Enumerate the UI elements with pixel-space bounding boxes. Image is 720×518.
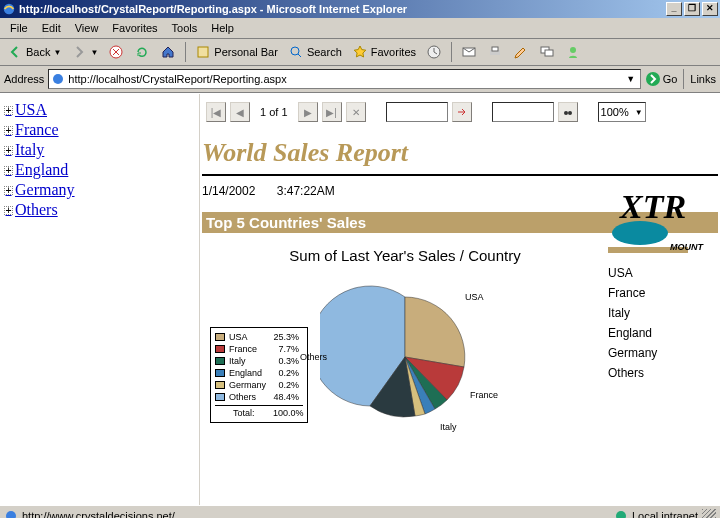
star-icon <box>352 44 368 60</box>
svg-rect-7 <box>492 47 498 51</box>
resize-grip[interactable] <box>702 509 716 519</box>
chart-area: Sum of Last Year's Sales / Country USA25… <box>202 247 608 432</box>
expand-icon[interactable]: + <box>4 186 13 195</box>
back-button[interactable]: Back ▼ <box>4 42 64 62</box>
go-button[interactable]: Go <box>645 71 678 87</box>
zone-icon <box>614 509 628 519</box>
toolbar: Back ▼ ▼ Personal Bar Search Favorites <box>0 39 720 66</box>
svg-point-14 <box>568 111 572 115</box>
list-item: Others <box>608 363 718 383</box>
favorites-button[interactable]: Favorites <box>349 42 419 62</box>
goto-input-wrap[interactable] <box>386 102 448 122</box>
menu-view[interactable]: View <box>69 20 105 36</box>
expand-icon[interactable]: + <box>4 146 13 155</box>
menu-tools[interactable]: Tools <box>166 20 204 36</box>
tree-item-others[interactable]: +Others <box>4 200 195 220</box>
refresh-icon <box>134 44 150 60</box>
goto-input[interactable] <box>387 103 447 121</box>
mail-icon <box>461 44 477 60</box>
list-item: USA <box>608 263 718 283</box>
forward-button[interactable]: ▼ <box>68 42 101 62</box>
close-button[interactable]: ✕ <box>702 2 718 16</box>
expand-icon[interactable]: + <box>4 166 13 175</box>
expand-icon[interactable]: + <box>4 206 13 215</box>
home-icon <box>160 44 176 60</box>
last-page-button[interactable]: ▶| <box>322 102 342 122</box>
goto-icon <box>456 106 468 118</box>
expand-icon[interactable]: + <box>4 106 13 115</box>
svg-point-12 <box>646 72 660 86</box>
svg-point-10 <box>570 47 576 53</box>
search-button[interactable]: Search <box>285 42 345 62</box>
zoom-select[interactable]: 100%▼ <box>598 102 646 122</box>
personal-icon <box>195 44 211 60</box>
menu-help[interactable]: Help <box>205 20 240 36</box>
divider <box>202 174 718 176</box>
svg-point-11 <box>53 74 63 84</box>
svg-text:MOUNT: MOUNT <box>670 242 704 252</box>
tree-item-italy[interactable]: +Italy <box>4 140 195 160</box>
find-button[interactable] <box>558 102 578 122</box>
tree-item-england[interactable]: +England <box>4 160 195 180</box>
slice-label-others: Others <box>300 352 327 362</box>
svg-point-18 <box>6 511 16 519</box>
window-title: http://localhost/CrystalReport/Reporting… <box>19 3 666 15</box>
minimize-button[interactable]: _ <box>666 2 682 16</box>
stop-button[interactable] <box>105 42 127 62</box>
refresh-button[interactable] <box>131 42 153 62</box>
stop-load-button[interactable]: ✕ <box>346 102 366 122</box>
forward-arrow-icon <box>71 44 87 60</box>
links-label[interactable]: Links <box>690 73 716 85</box>
tree-item-germany[interactable]: +Germany <box>4 180 195 200</box>
discuss-button[interactable] <box>536 42 558 62</box>
prev-page-button[interactable]: ◀ <box>230 102 250 122</box>
chart-title: Sum of Last Year's Sales / Country <box>202 247 608 264</box>
chevron-down-icon: ▼ <box>635 108 643 117</box>
slice-label-italy: Italy <box>440 422 457 432</box>
address-input-wrap[interactable]: ▼ <box>48 69 640 89</box>
menu-favorites[interactable]: Favorites <box>106 20 163 36</box>
menu-file[interactable]: File <box>4 20 34 36</box>
find-input[interactable] <box>493 103 553 121</box>
tree-item-france[interactable]: +France <box>4 120 195 140</box>
find-input-wrap[interactable] <box>492 102 554 122</box>
menu-edit[interactable]: Edit <box>36 20 67 36</box>
ie-status-icon <box>4 509 18 519</box>
print-icon <box>487 44 503 60</box>
messenger-button[interactable] <box>562 42 584 62</box>
page-icon <box>51 72 65 86</box>
address-label: Address <box>4 73 44 85</box>
address-dropdown-icon[interactable]: ▼ <box>624 74 638 84</box>
binoculars-icon <box>562 106 574 118</box>
country-list: USA France Italy England Germany Others <box>608 247 718 432</box>
first-page-button[interactable]: |◀ <box>206 102 226 122</box>
history-button[interactable] <box>423 42 445 62</box>
chart-legend: USA25.3% France7.7% Italy0.3% England0.2… <box>210 327 308 423</box>
address-input[interactable] <box>68 73 623 85</box>
report-tree: +USA +France +Italy +England +Germany +O… <box>0 94 200 505</box>
go-icon <box>645 71 661 87</box>
expand-icon[interactable]: + <box>4 126 13 135</box>
svg-point-3 <box>291 47 299 55</box>
tree-item-usa[interactable]: +USA <box>4 100 195 120</box>
print-button[interactable] <box>484 42 506 62</box>
edit-button[interactable] <box>510 42 532 62</box>
status-bar: http://www.crystaldecisions.net/ Local i… <box>0 505 720 518</box>
slice-label-france: France <box>470 390 498 400</box>
list-item: Italy <box>608 303 718 323</box>
discuss-icon <box>539 44 555 60</box>
title-bar: http://localhost/CrystalReport/Reporting… <box>0 0 720 18</box>
goto-button[interactable] <box>452 102 472 122</box>
home-button[interactable] <box>157 42 179 62</box>
report-title: World Sales Report <box>202 138 718 168</box>
personal-bar-button[interactable]: Personal Bar <box>192 42 281 62</box>
back-arrow-icon <box>7 44 23 60</box>
list-item: England <box>608 323 718 343</box>
next-page-button[interactable]: ▶ <box>298 102 318 122</box>
maximize-button[interactable]: ❐ <box>684 2 700 16</box>
security-zone: Local intranet <box>632 510 698 519</box>
mail-button[interactable] <box>458 42 480 62</box>
page-indicator: 1 of 1 <box>254 106 294 118</box>
slice-label-usa: USA <box>465 292 484 302</box>
svg-rect-9 <box>545 50 553 56</box>
